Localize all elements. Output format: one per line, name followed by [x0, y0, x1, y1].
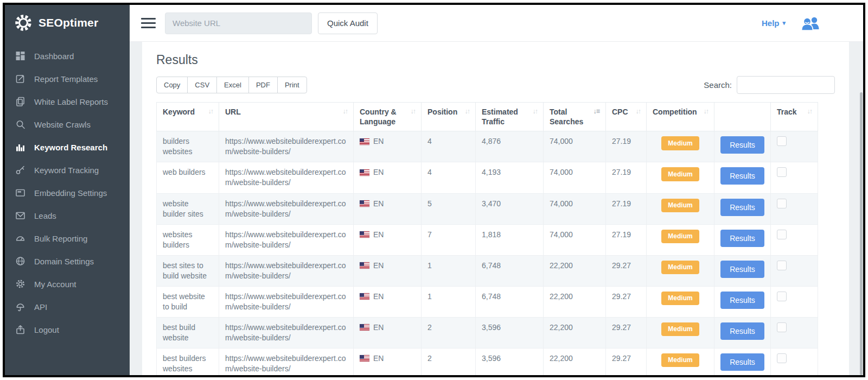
export-print-button[interactable]: Print	[277, 77, 307, 93]
column-header-est[interactable]: Estimated Traffic↓↑	[476, 103, 544, 131]
competition-cell: Medium	[647, 317, 714, 348]
column-header-url[interactable]: URL↓↑	[219, 103, 354, 131]
action-cell: Results	[714, 255, 771, 286]
estimated-traffic-cell: 3,596	[476, 317, 544, 348]
column-header-track[interactable]: Track↓↑	[771, 103, 818, 131]
position-cell: 2	[422, 348, 476, 375]
track-checkbox[interactable]	[777, 261, 787, 270]
results-button[interactable]: Results	[720, 322, 764, 340]
sort-both-icon: ↓↑	[704, 107, 709, 117]
country-cell: EN	[354, 286, 422, 317]
action-cell: Results	[714, 162, 771, 193]
column-header-comp[interactable]: Competition↓↑	[647, 103, 714, 131]
cpc-cell: 27.19	[606, 224, 647, 255]
screenshot-frame: SEOptimer DashboardReport TemplatesWhite…	[0, 0, 868, 380]
track-checkbox[interactable]	[777, 167, 787, 177]
account-users-button[interactable]	[801, 16, 820, 31]
sidebar-item-website-crawls[interactable]: Website Crawls	[5, 113, 130, 136]
language-code: EN	[373, 292, 384, 302]
sidebar-item-logout[interactable]: Logout	[5, 318, 130, 341]
sidebar-item-label: Website Crawls	[34, 120, 91, 129]
main-content: Results CopyCSVExcelPDFPrint Search: Key…	[130, 42, 863, 375]
us-flag-icon	[360, 169, 369, 176]
sidebar-item-label: Report Templates	[34, 74, 98, 84]
estimated-traffic-cell: 1,818	[476, 224, 544, 255]
sidebar-item-leads[interactable]: Leads	[5, 204, 130, 227]
sidebar-item-white-label-reports[interactable]: White Label Reports	[5, 90, 130, 113]
results-button[interactable]: Results	[720, 353, 764, 371]
sidebar-item-dashboard[interactable]: Dashboard	[5, 45, 130, 67]
results-table: Keyword↓↑URL↓↑Country & Language↓↑Positi…	[156, 102, 818, 375]
url-cell: https://www.websitebuilderexpert.com/web…	[219, 193, 354, 224]
country-cell: EN	[354, 131, 422, 162]
column-label: Competition	[653, 107, 701, 117]
competition-badge: Medium	[661, 136, 699, 150]
track-checkbox[interactable]	[777, 322, 787, 332]
export-csv-button[interactable]: CSV	[187, 77, 217, 93]
sort-both-icon: ↓↑	[807, 107, 812, 117]
results-button[interactable]: Results	[720, 292, 764, 309]
us-flag-icon	[360, 355, 369, 362]
sidebar-item-label: Leads	[34, 211, 56, 220]
my-account-icon	[15, 279, 25, 289]
total-searches-cell: 22,200	[544, 286, 606, 317]
search-input[interactable]	[737, 76, 835, 94]
sort-both-icon: ↓↑	[208, 107, 213, 117]
action-cell: Results	[714, 131, 771, 162]
seoptimer-gear-icon	[14, 13, 33, 33]
track-checkbox[interactable]	[777, 136, 787, 146]
track-cell	[771, 193, 818, 224]
brand-logo[interactable]: SEOptimer	[5, 5, 130, 39]
hamburger-menu-icon[interactable]	[141, 15, 156, 31]
country-cell: EN	[354, 224, 422, 255]
position-cell: 4	[422, 131, 476, 162]
sidebar-item-report-templates[interactable]: Report Templates	[5, 67, 130, 90]
export-excel-button[interactable]: Excel	[216, 77, 249, 93]
sidebar-item-embedding-settings[interactable]: Embedding Settings	[5, 181, 130, 204]
vertical-scrollbar-thumb[interactable]	[860, 92, 863, 375]
sidebar-item-api[interactable]: API	[5, 295, 130, 318]
track-checkbox[interactable]	[777, 199, 787, 208]
results-button[interactable]: Results	[720, 199, 764, 216]
sort-both-icon: ↓↑	[343, 107, 348, 117]
cpc-cell: 29.27	[606, 255, 647, 286]
results-button[interactable]: Results	[720, 136, 764, 154]
website-url-input[interactable]	[165, 12, 312, 34]
column-header-total[interactable]: Total Searches↓≡	[544, 103, 606, 131]
export-copy-button[interactable]: Copy	[156, 77, 188, 93]
estimated-traffic-cell: 6,748	[476, 255, 544, 286]
results-button[interactable]: Results	[720, 230, 764, 247]
column-label: Total Searches	[550, 107, 591, 126]
quick-audit-button[interactable]: Quick Audit	[318, 12, 378, 34]
sidebar-item-bulk-reporting[interactable]: Bulk Reporting	[5, 227, 130, 250]
total-searches-cell: 74,000	[544, 162, 606, 193]
competition-cell: Medium	[647, 131, 714, 162]
track-checkbox[interactable]	[777, 353, 787, 363]
url-cell: https://www.websitebuilderexpert.com/web…	[219, 317, 354, 348]
track-checkbox[interactable]	[777, 230, 787, 239]
track-cell	[771, 348, 818, 375]
column-label: Track	[777, 107, 805, 117]
help-dropdown[interactable]: Help ▾	[762, 18, 786, 28]
column-header-country[interactable]: Country & Language↓↑	[354, 103, 422, 131]
brand-name: SEOptimer	[39, 16, 98, 29]
results-button[interactable]: Results	[720, 261, 764, 278]
sidebar-item-my-account[interactable]: My Account	[5, 273, 130, 295]
column-header-position[interactable]: Position↓↑	[422, 103, 476, 131]
results-button[interactable]: Results	[720, 167, 764, 185]
sidebar-item-domain-settings[interactable]: Domain Settings	[5, 250, 130, 273]
position-cell: 5	[422, 193, 476, 224]
page-title: Results	[156, 53, 835, 67]
column-header-keyword[interactable]: Keyword↓↑	[157, 103, 219, 131]
sidebar-item-keyword-tracking[interactable]: Keyword Tracking	[5, 159, 130, 181]
sidebar-item-keyword-research[interactable]: Keyword Research	[5, 136, 130, 159]
competition-badge: Medium	[661, 353, 699, 367]
track-checkbox[interactable]	[777, 292, 787, 301]
keyword-cell: best website to build	[157, 286, 219, 317]
table-row: best builders websiteshttps://www.websit…	[157, 348, 818, 375]
keyword-cell: best builders websites	[157, 348, 219, 375]
sidebar-item-label: My Account	[34, 280, 76, 289]
column-header-cpc[interactable]: CPC↓↑	[606, 103, 647, 131]
position-cell: 1	[422, 255, 476, 286]
export-pdf-button[interactable]: PDF	[248, 77, 278, 93]
